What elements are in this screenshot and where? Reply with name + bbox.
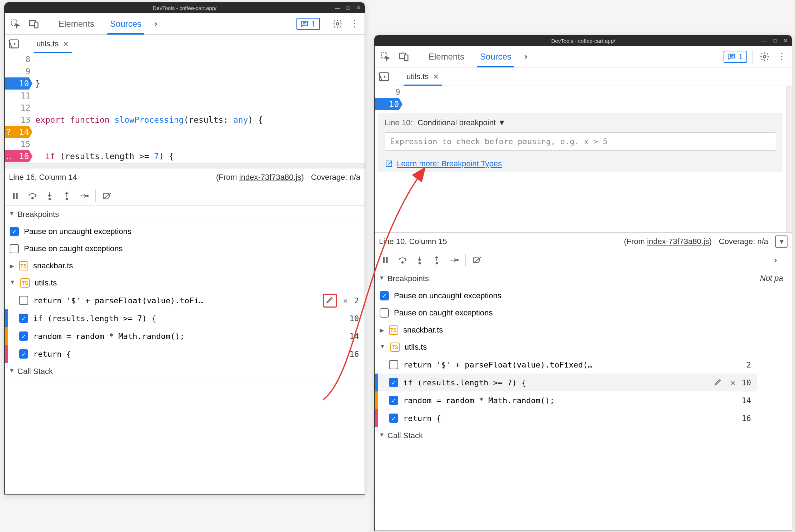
breakpoint-marker[interactable]: 10 bbox=[375, 98, 402, 110]
file-tab-utils[interactable]: utils.ts ✕ bbox=[32, 35, 73, 53]
breakpoint-item[interactable]: ✓ return { 16 bbox=[375, 409, 757, 427]
breakpoint-item[interactable]: ✓ random = random * Math.random(); 14 bbox=[375, 391, 757, 409]
code-editor[interactable]: export function slowProcessing(results: … bbox=[405, 86, 786, 111]
gear-icon[interactable] bbox=[330, 17, 345, 31]
step-out-button[interactable] bbox=[59, 188, 75, 204]
inspect-icon[interactable] bbox=[378, 49, 393, 65]
minimize-icon[interactable]: — bbox=[761, 38, 768, 44]
callstack-section-header[interactable]: ▼ Call Stack bbox=[5, 363, 365, 380]
chevron-down-icon: ▼ bbox=[9, 368, 15, 374]
pause-button[interactable] bbox=[8, 188, 23, 204]
cursor-position: Line 16, Column 14 bbox=[9, 173, 77, 182]
breakpoint-type-dropdown[interactable]: Conditional breakpoint ▼ bbox=[418, 118, 506, 127]
breakpoint-item[interactable]: return '$' + parseFloat(value).toFixed(…… bbox=[375, 356, 757, 374]
source-link[interactable]: index-73f73a80.js bbox=[239, 173, 301, 182]
conditional-breakpoint-marker[interactable]: ?14 bbox=[5, 126, 32, 138]
tabs-overflow-icon[interactable]: ›› bbox=[521, 52, 529, 61]
breakpoints-section-header[interactable]: ▼ Breakpoints bbox=[375, 270, 757, 287]
device-toggle-icon[interactable] bbox=[396, 49, 412, 65]
deactivate-breakpoints-button[interactable] bbox=[99, 188, 115, 204]
breakpoint-checkbox[interactable]: ✓ bbox=[19, 349, 28, 359]
gear-icon[interactable] bbox=[758, 50, 772, 64]
maximize-icon[interactable]: □ bbox=[772, 38, 778, 44]
messages-count: 1 bbox=[311, 19, 316, 29]
breakpoint-condition-input[interactable]: Expression to check before pausing, e.g.… bbox=[385, 132, 776, 151]
tab-elements[interactable]: Elements bbox=[422, 46, 471, 67]
pause-uncaught-checkbox[interactable]: ✓ bbox=[380, 291, 389, 300]
pause-caught-checkbox[interactable] bbox=[380, 308, 389, 318]
step-into-button[interactable] bbox=[42, 188, 58, 204]
kebab-icon[interactable]: ⋮ bbox=[775, 50, 789, 64]
navigator-toggle-icon[interactable] bbox=[6, 36, 22, 52]
step-out-button[interactable] bbox=[429, 252, 445, 268]
remove-breakpoint-button[interactable]: ✕ bbox=[342, 296, 349, 305]
close-icon[interactable]: ✕ bbox=[63, 40, 69, 48]
svg-point-10 bbox=[32, 197, 33, 199]
breakpoint-checkbox[interactable]: ✓ bbox=[19, 331, 28, 341]
navigator-toggle-icon[interactable] bbox=[376, 69, 392, 85]
minimize-icon[interactable]: — bbox=[334, 5, 340, 11]
deactivate-breakpoints-button[interactable] bbox=[469, 252, 485, 268]
messages-badge[interactable]: 1 bbox=[296, 18, 320, 30]
logpoint-marker[interactable]: ‥16 bbox=[5, 150, 32, 162]
maximize-icon[interactable]: □ bbox=[345, 5, 351, 11]
tab-sources[interactable]: Sources bbox=[474, 46, 518, 67]
step-over-button[interactable] bbox=[25, 188, 40, 204]
breakpoint-checkbox[interactable]: ✓ bbox=[389, 378, 398, 387]
tabs-overflow-icon[interactable]: ›› bbox=[770, 255, 779, 265]
close-icon[interactable]: ✕ bbox=[433, 72, 439, 81]
breakpoint-file-snackbar[interactable]: ▶ TS snackbar.ts bbox=[5, 257, 365, 274]
breakpoint-item[interactable]: ✓ if (results.length >= 7) { 10 bbox=[5, 309, 365, 327]
edit-breakpoint-button[interactable] bbox=[323, 294, 337, 308]
step-into-button[interactable] bbox=[412, 252, 428, 268]
kebab-icon[interactable]: ⋮ bbox=[348, 17, 362, 31]
breakpoint-checkbox[interactable]: ✓ bbox=[389, 414, 398, 423]
breakpoint-item[interactable]: ✓ random = random * Math.random(); 14 bbox=[5, 327, 365, 345]
close-icon[interactable]: ✕ bbox=[355, 5, 362, 11]
ts-file-icon: TS bbox=[390, 343, 400, 352]
remove-breakpoint-button[interactable]: ✕ bbox=[729, 378, 736, 387]
step-over-button[interactable] bbox=[395, 252, 410, 268]
chevron-down-icon: ▼ bbox=[380, 343, 385, 350]
tab-elements[interactable]: Elements bbox=[52, 13, 101, 35]
chevron-down-icon: ▼ bbox=[9, 211, 15, 217]
line-gutter[interactable]: 8 9 10 11 12 13 ?14 15 ‥16 bbox=[5, 53, 35, 163]
breakpoint-checkbox[interactable] bbox=[389, 360, 398, 369]
pause-button[interactable] bbox=[378, 252, 393, 268]
step-button[interactable] bbox=[76, 188, 92, 204]
source-link[interactable]: index-73f73a80.js bbox=[647, 237, 709, 246]
collapse-panel-icon[interactable]: ▾ bbox=[775, 235, 788, 248]
pause-caught-checkbox[interactable] bbox=[10, 244, 19, 253]
code-editor[interactable]: } export function slowProcessing(results… bbox=[35, 53, 365, 163]
breakpoints-section-header[interactable]: ▼ Breakpoints bbox=[5, 206, 365, 223]
file-tab-utils[interactable]: utils.ts ✕ bbox=[402, 67, 443, 86]
horizontal-scrollbar[interactable] bbox=[5, 163, 365, 168]
breakpoint-checkbox[interactable]: ✓ bbox=[389, 396, 398, 405]
breakpoint-checkbox[interactable] bbox=[19, 296, 28, 305]
step-button[interactable] bbox=[446, 252, 462, 268]
inspect-icon[interactable] bbox=[8, 16, 23, 32]
messages-badge[interactable]: 1 bbox=[724, 51, 747, 63]
svg-point-23 bbox=[764, 55, 766, 58]
breakpoint-item[interactable]: ✓ return { 16 bbox=[5, 345, 365, 363]
vertical-scrollbar[interactable] bbox=[786, 86, 792, 232]
svg-point-31 bbox=[419, 262, 420, 264]
tabs-overflow-icon[interactable]: ›› bbox=[151, 19, 159, 29]
tab-sources[interactable]: Sources bbox=[104, 13, 148, 35]
line-gutter[interactable]: 9 10 bbox=[375, 86, 405, 111]
breakpoint-checkbox[interactable]: ✓ bbox=[19, 314, 28, 323]
chevron-down-icon: ▼ bbox=[498, 118, 506, 127]
breakpoint-file-utils[interactable]: ▼ TS utils.ts bbox=[375, 339, 757, 356]
breakpoint-marker[interactable]: 10 bbox=[5, 77, 32, 90]
chevron-right-icon: ▶ bbox=[10, 263, 14, 269]
breakpoint-file-snackbar[interactable]: ▶ TS snackbar.ts bbox=[375, 321, 757, 339]
breakpoint-item[interactable]: ✓ if (results.length >= 7) { ✕ 10 bbox=[375, 374, 757, 391]
pause-uncaught-checkbox[interactable]: ✓ bbox=[10, 227, 19, 236]
close-icon[interactable]: ✕ bbox=[782, 38, 789, 44]
edit-breakpoint-button[interactable] bbox=[712, 378, 724, 388]
breakpoint-file-utils[interactable]: ▼ TS utils.ts bbox=[5, 274, 365, 292]
device-toggle-icon[interactable] bbox=[26, 16, 42, 32]
breakpoint-item[interactable]: return '$' + parseFloat(value).toFi… ✕ 2 bbox=[5, 292, 365, 309]
callstack-section-header[interactable]: ▼ Call Stack bbox=[375, 427, 757, 444]
learn-more-link[interactable]: Learn more: Breakpoint Types bbox=[397, 159, 502, 168]
